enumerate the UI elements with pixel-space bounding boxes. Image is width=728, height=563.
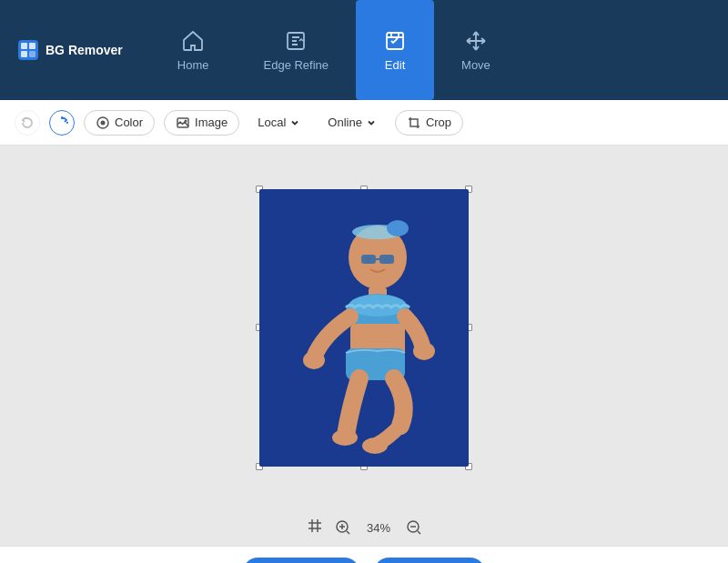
local-chevron-icon (289, 117, 300, 128)
tab-move-label: Move (461, 58, 490, 72)
svg-point-26 (332, 429, 358, 446)
logo-icon (18, 40, 38, 60)
image-button[interactable]: Image (164, 110, 239, 136)
zoom-out-icon (406, 519, 422, 536)
image-container[interactable] (259, 189, 469, 467)
svg-point-27 (362, 437, 388, 454)
svg-rect-16 (361, 255, 376, 264)
app-name: BG Remover (46, 43, 123, 57)
crop-icon (407, 116, 421, 130)
redo-icon (56, 116, 68, 129)
tab-edit-label: Edit (385, 58, 405, 72)
zoom-in-icon (335, 519, 351, 536)
tab-edge-refine-label: Edge Refine (264, 58, 329, 72)
app-logo: BG Remover (18, 40, 123, 60)
canvas-area (0, 146, 728, 509)
undo-button[interactable] (15, 110, 40, 136)
tab-edge-refine[interactable]: Edge Refine (237, 0, 357, 100)
svg-rect-3 (21, 51, 27, 57)
local-label: Local (258, 116, 286, 129)
svg-rect-1 (21, 43, 27, 49)
app-header: BG Remover Home Edge Refine Ed (0, 0, 728, 100)
online-label: Online (328, 116, 362, 129)
tab-move[interactable]: Move (434, 0, 518, 100)
image-label: Image (195, 116, 228, 129)
svg-rect-4 (29, 51, 35, 57)
svg-rect-2 (29, 43, 35, 49)
svg-point-25 (413, 342, 435, 360)
home-icon (181, 29, 205, 53)
tab-home[interactable]: Home (150, 0, 237, 100)
zoom-in-button[interactable] (335, 519, 351, 536)
local-dropdown[interactable]: Local (248, 111, 309, 134)
drag-icon (306, 517, 324, 538)
main-nav: Home Edge Refine Edit Move (150, 0, 518, 100)
color-label: Color (115, 116, 143, 129)
toolbar: Color Image Local Online Crop (0, 100, 728, 146)
edit-icon (383, 29, 407, 53)
image-icon (176, 116, 190, 130)
zoom-out-button[interactable] (406, 519, 422, 536)
zoom-level: 34% (362, 521, 395, 535)
download-button[interactable]: Download (374, 558, 486, 563)
image-frame (259, 189, 469, 467)
bottom-actions: New Image Download (242, 558, 485, 563)
svg-point-10 (185, 119, 187, 122)
svg-point-24 (303, 351, 325, 369)
svg-point-8 (101, 120, 106, 125)
svg-point-13 (387, 220, 409, 236)
tab-edit[interactable]: Edit (356, 0, 434, 100)
crop-button[interactable]: Crop (395, 110, 463, 136)
svg-rect-17 (379, 255, 394, 264)
baby-figure (259, 189, 469, 467)
online-dropdown[interactable]: Online (318, 111, 386, 134)
online-chevron-icon (366, 117, 377, 128)
bottom-bar: New Image Download (0, 546, 728, 563)
redo-button[interactable] (49, 110, 75, 136)
crop-label: Crop (426, 116, 451, 129)
new-image-button[interactable]: New Image (242, 558, 359, 563)
tab-home-label: Home (177, 58, 209, 72)
zoom-bar: 34% (0, 509, 728, 546)
color-button[interactable]: Color (84, 110, 155, 136)
undo-icon (21, 116, 34, 129)
color-icon (96, 116, 110, 130)
edge-refine-icon (284, 29, 308, 53)
move-icon (464, 29, 488, 53)
